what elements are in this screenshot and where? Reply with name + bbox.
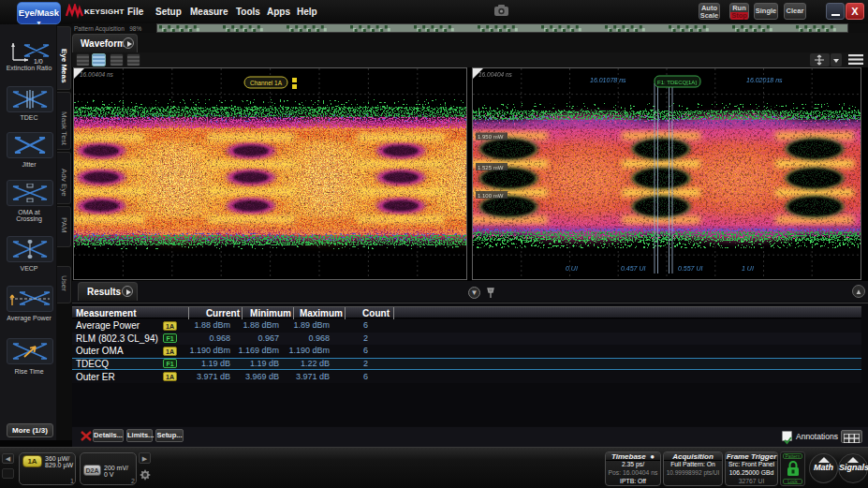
svg-text:0.457 UI: 0.457 UI	[621, 265, 646, 272]
svg-text:1 UI: 1 UI	[742, 265, 754, 272]
svg-text:F1: TDECQ[1A]: F1: TDECQ[1A]	[657, 80, 697, 85]
svg-text:1.100 mW: 1.100 mW	[478, 193, 504, 199]
svg-text:0 UI: 0 UI	[566, 265, 578, 272]
svg-text:0.557 UI: 0.557 UI	[678, 265, 703, 272]
svg-text:Channel 1A: Channel 1A	[250, 80, 283, 86]
svg-text:16.01078 ns: 16.01078 ns	[590, 77, 626, 83]
svg-text:16.00404 ns: 16.00404 ns	[80, 71, 114, 78]
svg-text:1/0: 1/0	[34, 58, 43, 65]
svg-text:1.525 mW: 1.525 mW	[478, 165, 504, 170]
svg-text:1.950 mW: 1.950 mW	[478, 134, 504, 140]
svg-text:16.02018 ns: 16.02018 ns	[746, 77, 783, 83]
svg-text:16.00404 ns: 16.00404 ns	[478, 71, 513, 78]
